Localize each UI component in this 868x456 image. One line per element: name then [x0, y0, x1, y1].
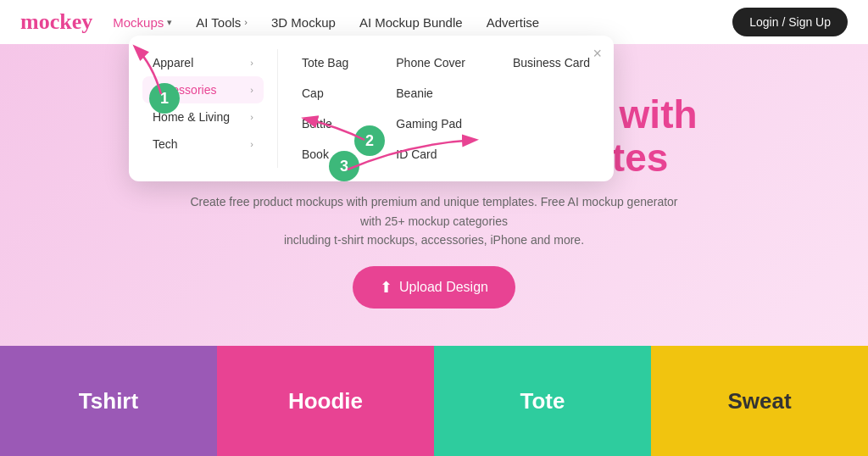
chevron-right-icon: › — [250, 58, 253, 68]
chevron-right-icon: › — [250, 85, 253, 95]
card-tshirt[interactable]: Tshirt — [0, 346, 217, 456]
card-tote[interactable]: Tote — [434, 346, 651, 456]
logo[interactable]: mockey — [20, 9, 92, 35]
nav-mockups[interactable]: Mockups ▾ — [113, 15, 172, 30]
main-nav: Mockups ▾ AI Tools › 3D Mockup AI Mockup… — [113, 15, 732, 30]
chevron-right-icon: › — [244, 17, 248, 27]
card-hoodie[interactable]: Hoodie — [217, 346, 434, 456]
upload-design-button[interactable]: ⬆ Upload Design — [353, 266, 515, 309]
category-cards: Tshirt Hoodie Tote Sweat — [0, 346, 868, 456]
dropdown-col-2: Phone Cover Beanie Gaming Pad ID Card — [386, 49, 476, 168]
dropdown-items: Tote Bag Cap Bottle Book Phone Cover Bea… — [292, 49, 600, 168]
dropdown-col-1: Tote Bag Cap Bottle Book — [292, 49, 359, 168]
mockups-dropdown: × Apparel › Accessories › Home & Living … — [129, 36, 614, 181]
nav-advertise[interactable]: Advertise — [487, 15, 540, 30]
dropdown-apparel[interactable]: Apparel › — [142, 49, 264, 76]
chevron-right-icon: › — [250, 139, 253, 149]
dropdown-phone-cover[interactable]: Phone Cover — [386, 49, 476, 76]
upload-icon: ⬆ — [380, 278, 392, 297]
dropdown-tote-bag[interactable]: Tote Bag — [292, 49, 359, 76]
annotation-1: 1 — [149, 83, 180, 114]
annotation-3: 3 — [329, 151, 359, 181]
nav-ai-tools[interactable]: AI Tools › — [196, 15, 248, 30]
login-button[interactable]: Login / Sign Up — [732, 8, 848, 36]
dropdown-cap[interactable]: Cap — [292, 80, 359, 107]
chevron-right-icon: › — [250, 112, 253, 122]
dropdown-beanie[interactable]: Beanie — [386, 80, 476, 107]
close-icon[interactable]: × — [593, 46, 603, 61]
hero-subtitle: Create free product mockups with premium… — [188, 192, 680, 249]
annotation-2: 2 — [354, 125, 385, 156]
dropdown-tech[interactable]: Tech › — [142, 131, 264, 158]
nav-bundle[interactable]: AI Mockup Bundle — [359, 15, 463, 30]
card-sweat[interactable]: Sweat — [651, 346, 868, 456]
dropdown-id-card[interactable]: ID Card — [386, 141, 476, 168]
nav-3d[interactable]: 3D Mockup — [271, 15, 336, 30]
dropdown-col-3: Business Card — [503, 49, 600, 168]
chevron-down-icon: ▾ — [167, 17, 172, 28]
dropdown-bottle[interactable]: Bottle — [292, 110, 359, 137]
dropdown-gaming-pad[interactable]: Gaming Pad — [386, 110, 476, 137]
dropdown-business-card[interactable]: Business Card — [503, 49, 600, 76]
